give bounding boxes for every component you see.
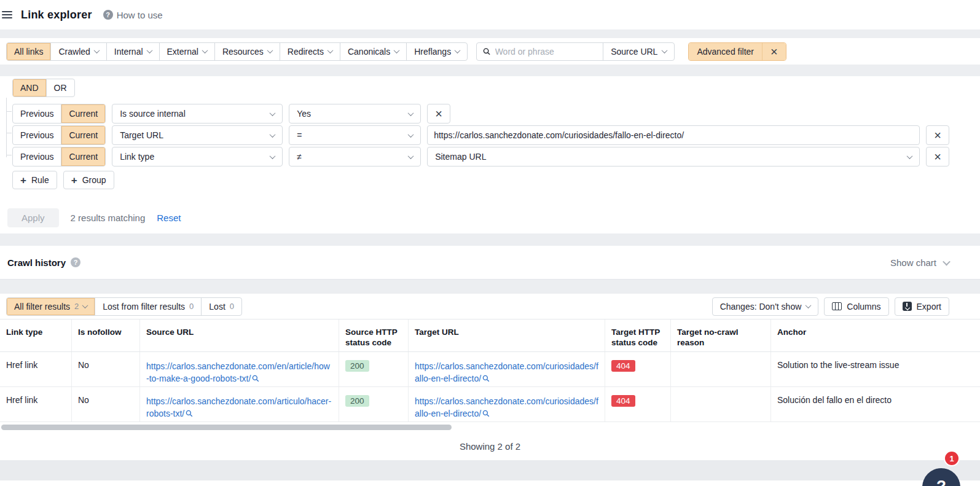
url-search-icon[interactable] [482,409,490,419]
tab-count: 0 [189,302,194,311]
rule-value-select[interactable]: Yes [289,104,421,123]
filter-resources[interactable]: Resources [214,43,280,60]
tab-label: All filter results [14,302,70,312]
close-icon: × [934,151,941,163]
previous-toggle[interactable]: Previous [13,104,61,123]
url-search-icon[interactable] [482,374,490,384]
column-header[interactable]: Target no-crawl reason [671,319,771,351]
rule-field-select[interactable]: Target URL [112,125,283,145]
plus-icon: + [20,175,26,186]
boolean-operator-toggle: AND OR [12,79,75,97]
filter-redirects[interactable]: Redirects [280,43,340,60]
apply-button[interactable]: Apply [7,208,59,227]
crawl-history-section: Crawl history ? Show chart [0,246,980,280]
source-url-link[interactable]: https://carlos.sanchezdonate.com/en/arti… [146,361,330,383]
close-icon: × [770,45,778,58]
target-url-link[interactable]: https://carlos.sanchezdonate.com/curiosi… [415,361,598,383]
add-group-button[interactable]: +Group [63,171,114,189]
columns-button[interactable]: Columns [824,297,888,316]
rule-value-select[interactable]: Sitemap URL [427,147,920,167]
remove-rule-button[interactable]: × [926,125,949,145]
footer-band [0,460,980,480]
remove-rule-button[interactable]: × [926,147,949,167]
filter-canonicals-label: Canonicals [348,47,390,57]
status-badge-404: 404 [611,395,635,407]
chevron-down-icon [270,110,276,116]
column-header[interactable]: Target HTTP status code [605,319,671,351]
cell-anchor: Solución del fallo en el directo [771,387,980,421]
how-to-use-label: How to use [117,10,163,20]
column-header[interactable]: Target URL [409,319,605,351]
rule-value-input[interactable] [427,125,920,145]
clear-advanced-filter-button[interactable]: × [762,43,786,60]
tab-all-filter-results[interactable]: All filter results 2 [7,298,95,315]
columns-icon [832,302,842,310]
status-badge-200: 200 [345,360,369,372]
section-divider [0,280,980,294]
chevron-down-icon [270,153,276,159]
filter-hreflangs[interactable]: Hreflangs [406,43,467,60]
column-header[interactable]: Source HTTP status code [339,319,409,351]
cell-anchor: Solution to the live-stream issue [771,352,980,386]
rule-connector-stub [6,155,12,155]
rule-scope-toggle: Previous Current [12,125,106,145]
url-search-icon[interactable] [186,409,193,419]
column-header[interactable]: Source URL [140,319,339,351]
current-toggle[interactable]: Current [61,147,105,166]
url-search-icon[interactable] [252,374,259,384]
cell-source-status: 200 [339,387,409,421]
word-search-group: Source URL [476,42,675,61]
tab-lost-from-filter-results[interactable]: Lost from filter results 0 [95,298,201,315]
filter-all-links[interactable]: All links [7,43,50,60]
advanced-filter-builder: AND OR Previous Current Is source intern… [0,76,980,233]
rule-field-select[interactable]: Link type [112,147,283,167]
search-scope-select[interactable]: Source URL [603,43,674,60]
filter-external[interactable]: External [159,43,214,60]
current-toggle[interactable]: Current [61,126,105,144]
show-chart-toggle[interactable]: Show chart [890,257,949,268]
add-rule-button[interactable]: +Rule [12,171,57,189]
changes-select[interactable]: Changes: Don't show [712,297,819,316]
filter-internal[interactable]: Internal [106,43,159,60]
export-icon [903,302,912,311]
scrollbar-thumb[interactable] [1,425,452,430]
column-header[interactable]: Link type [0,319,72,351]
rule-operator-select[interactable]: ≠ [289,147,421,167]
export-button[interactable]: Export [895,297,949,316]
previous-toggle[interactable]: Previous [13,126,61,144]
section-divider [0,29,980,38]
filter-rule-1: Previous Current Is source internal Yes … [12,104,949,123]
chevron-down-icon [82,302,88,308]
changes-label: Changes: Don't show [720,302,802,312]
remove-rule-button[interactable]: × [427,104,450,123]
rule-field-select[interactable]: Is source internal [112,104,283,123]
chevron-down-icon [943,257,951,265]
horizontal-scrollbar[interactable] [0,422,980,432]
and-toggle[interactable]: AND [13,79,46,96]
results-toolbar: All filter results 2 Lost from filter re… [0,294,980,319]
current-label: Current [69,130,98,140]
rule-operator-select[interactable]: = [289,125,421,145]
question-circle-icon: ? [103,10,113,20]
or-toggle[interactable]: OR [46,79,74,96]
current-toggle[interactable]: Current [61,104,105,123]
word-search-input[interactable] [495,47,597,57]
advanced-filter-button[interactable]: Advanced filter [689,43,762,60]
filter-rule-2: Previous Current Target URL = × [12,125,949,145]
top-bar: Link explorer ? How to use [0,0,980,29]
reset-link[interactable]: Reset [157,213,181,223]
column-header[interactable]: Anchor [771,319,980,351]
apply-row: Apply 2 results matching Reset [7,208,980,227]
previous-toggle[interactable]: Previous [13,147,61,166]
tab-lost[interactable]: Lost 0 [201,298,241,315]
source-url-link[interactable]: https://carlos.sanchezdonate.com/articul… [146,396,331,418]
hamburger-menu-icon[interactable] [2,11,12,18]
column-header[interactable]: Is nofollow [72,319,140,351]
results-matching-status: 2 results matching [71,213,146,223]
filter-canonicals[interactable]: Canonicals [340,43,406,60]
filter-crawled[interactable]: Crawled [50,43,106,60]
filter-hreflangs-label: Hreflangs [414,47,451,57]
target-url-link[interactable]: https://carlos.sanchezdonate.com/curiosi… [415,396,598,418]
how-to-use-link[interactable]: ? How to use [103,10,163,20]
question-circle-icon[interactable]: ? [71,257,80,267]
